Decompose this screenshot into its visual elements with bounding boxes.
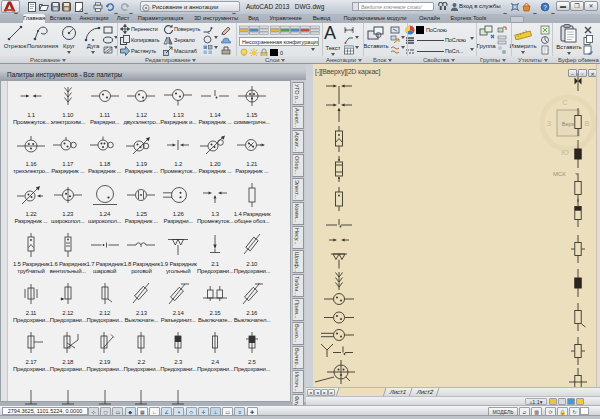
svg-text:З: З — [547, 119, 552, 128]
svg-text:Верх: Верх — [562, 121, 575, 127]
svg-text:?: ? — [543, 4, 547, 11]
svg-text:В: В — [584, 119, 589, 128]
svg-text:Ю: Ю — [561, 148, 569, 157]
svg-text:С: С — [562, 98, 568, 107]
svg-text:МСК: МСК — [553, 171, 566, 177]
